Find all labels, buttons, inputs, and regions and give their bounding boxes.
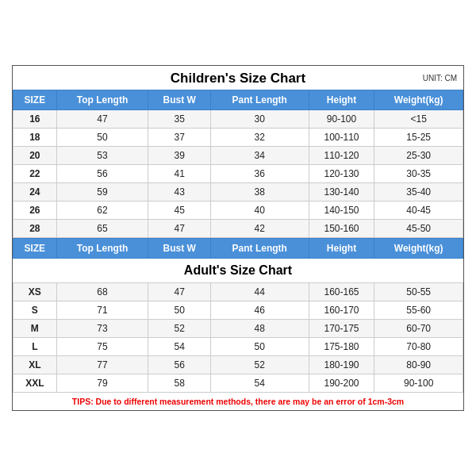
table-cell: 77	[56, 356, 148, 374]
table-cell: 24	[13, 183, 57, 202]
table-cell: 140-150	[309, 202, 374, 220]
table-cell: 42	[210, 220, 309, 238]
table-row: 18503732100-11015-25	[13, 129, 463, 147]
table-cell: 46	[210, 301, 309, 320]
table-cell: 40-45	[374, 202, 463, 220]
table-cell: 37	[148, 129, 210, 147]
table-cell: 47	[56, 110, 148, 129]
table-cell: 59	[56, 183, 148, 202]
table-cell: 170-175	[309, 320, 374, 338]
col-height-adults: Height	[309, 239, 374, 259]
table-row: 20533934110-12025-30	[13, 147, 463, 165]
table-cell: 16	[13, 110, 57, 129]
table-cell: XXL	[13, 374, 57, 393]
table-cell: 15-25	[374, 129, 463, 147]
table-cell: 180-190	[309, 356, 374, 374]
col-height-children: Height	[309, 90, 374, 110]
children-chart-title: Children's Size Chart	[171, 71, 305, 86]
table-cell: 45-50	[374, 220, 463, 238]
table-cell: 54	[148, 338, 210, 356]
table-cell: 71	[56, 301, 148, 320]
table-cell: XS	[13, 283, 57, 301]
table-cell: 47	[148, 283, 210, 301]
table-cell: 43	[148, 183, 210, 202]
col-top-length-children: Top Length	[56, 90, 148, 110]
adults-chart-title: Adult's Size Chart	[13, 259, 463, 283]
table-cell: 75	[56, 338, 148, 356]
children-size-table: SIZE Top Length Bust W Pant Length Heigh…	[13, 90, 463, 238]
table-row: XS684744160-16550-55	[13, 283, 463, 301]
table-cell: 47	[148, 220, 210, 238]
table-cell: 35	[148, 110, 210, 129]
adults-header-row: SIZE Top Length Bust W Pant Length Heigh…	[13, 239, 463, 259]
table-cell: 50	[148, 301, 210, 320]
table-cell: 54	[210, 374, 309, 393]
table-cell: 55-60	[374, 301, 463, 320]
table-cell: 25-30	[374, 147, 463, 165]
table-cell: 53	[56, 147, 148, 165]
table-cell: 80-90	[374, 356, 463, 374]
table-row: 28654742150-16045-50	[13, 220, 463, 238]
table-cell: 36	[210, 165, 309, 183]
table-cell: 30	[210, 110, 309, 129]
table-row: 22564136120-13030-35	[13, 165, 463, 183]
table-cell: 175-180	[309, 338, 374, 356]
children-table-header: SIZE Top Length Bust W Pant Length Heigh…	[13, 90, 463, 110]
table-cell: 34	[210, 147, 309, 165]
table-cell: 160-165	[309, 283, 374, 301]
table-cell: 22	[13, 165, 57, 183]
table-cell: 30-35	[374, 165, 463, 183]
table-row: S715046160-17055-60	[13, 301, 463, 320]
table-cell: 35-40	[374, 183, 463, 202]
table-cell: 62	[56, 202, 148, 220]
table-cell: 110-120	[309, 147, 374, 165]
table-cell: 28	[13, 220, 57, 238]
table-cell: 68	[56, 283, 148, 301]
table-cell: 60-70	[374, 320, 463, 338]
table-cell: 18	[13, 129, 57, 147]
table-cell: <15	[374, 110, 463, 129]
table-cell: 160-170	[309, 301, 374, 320]
children-title-row: Children's Size Chart UNIT: CM	[13, 66, 463, 90]
col-bust-w-adults: Bust W	[148, 239, 210, 259]
col-size-adults: SIZE	[13, 239, 57, 259]
table-cell: 38	[210, 183, 309, 202]
table-cell: 70-80	[374, 338, 463, 356]
table-cell: 45	[148, 202, 210, 220]
tips-section: TIPS: Due to different measurement metho…	[13, 393, 463, 411]
table-row: L755450175-18070-80	[13, 338, 463, 356]
table-cell: 130-140	[309, 183, 374, 202]
table-cell: 20	[13, 147, 57, 165]
table-cell: 90-100	[309, 110, 374, 129]
table-row: 26624540140-15040-45	[13, 202, 463, 220]
table-cell: 190-200	[309, 374, 374, 393]
adults-table-body: XS684744160-16550-55S715046160-17055-60M…	[13, 283, 463, 393]
table-cell: 90-100	[374, 374, 463, 393]
col-top-length-adults: Top Length	[56, 239, 148, 259]
table-cell: 41	[148, 165, 210, 183]
table-cell: 79	[56, 374, 148, 393]
children-table-body: 1647353090-100<1518503732100-11015-25205…	[13, 110, 463, 238]
table-cell: 150-160	[309, 220, 374, 238]
col-bust-w-children: Bust W	[148, 90, 210, 110]
table-cell: 44	[210, 283, 309, 301]
table-row: M735248170-17560-70	[13, 320, 463, 338]
table-cell: 48	[210, 320, 309, 338]
table-cell: 50	[56, 129, 148, 147]
tips-row: TIPS: Due to different measurement metho…	[13, 393, 463, 411]
col-pant-length-adults: Pant Length	[210, 239, 309, 259]
table-cell: 58	[148, 374, 210, 393]
table-cell: 39	[148, 147, 210, 165]
table-row: 1647353090-100<15	[13, 110, 463, 129]
table-cell: S	[13, 301, 57, 320]
col-pant-length-children: Pant Length	[210, 90, 309, 110]
table-row: 24594338130-14035-40	[13, 183, 463, 202]
col-weight-children: Weight(kg)	[374, 90, 463, 110]
table-cell: 50	[210, 338, 309, 356]
tips-text: TIPS: Due to different measurement metho…	[13, 393, 463, 411]
table-cell: 56	[56, 165, 148, 183]
table-cell: 56	[148, 356, 210, 374]
table-cell: 100-110	[309, 129, 374, 147]
table-row: XL775652180-19080-90	[13, 356, 463, 374]
children-header-row: SIZE Top Length Bust W Pant Length Heigh…	[13, 90, 463, 110]
